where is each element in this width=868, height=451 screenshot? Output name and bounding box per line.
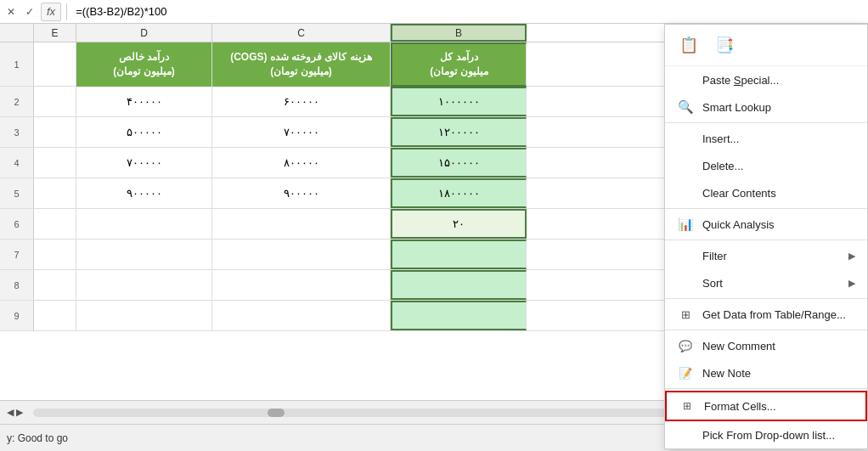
get-data-item[interactable]: ⊞ Get Data from Table/Range... bbox=[665, 301, 867, 328]
row-num: 6 bbox=[0, 209, 34, 239]
cell-C4[interactable]: ۸۰۰۰۰۰ bbox=[212, 148, 391, 178]
status-text: y: Good to go bbox=[7, 432, 68, 444]
cell-B4[interactable]: ۱۵۰۰۰۰۰ bbox=[391, 148, 527, 178]
filter-arrow: ▶ bbox=[848, 251, 855, 262]
clipboard2-icon[interactable]: 📑 bbox=[711, 31, 738, 59]
get-data-label: Get Data from Table/Range... bbox=[702, 308, 855, 321]
scrollbar-thumb bbox=[268, 409, 285, 417]
sort-item[interactable]: Sort ▶ bbox=[665, 269, 867, 296]
clear-contents-label: Clear Contents bbox=[702, 187, 855, 200]
cell-C9[interactable] bbox=[212, 301, 391, 330]
formula-bar: ✕ ✓ fx bbox=[0, 0, 868, 24]
row-num: 8 bbox=[0, 270, 34, 300]
new-comment-item[interactable]: 💬 New Comment bbox=[665, 332, 867, 359]
cell-D2[interactable]: ۴۰۰۰۰۰ bbox=[76, 87, 212, 116]
delete-item[interactable]: Delete... bbox=[665, 152, 867, 179]
cell-E4[interactable] bbox=[34, 148, 76, 178]
cell-E8[interactable] bbox=[34, 270, 76, 300]
cell-E9[interactable] bbox=[34, 301, 76, 330]
cell-E2[interactable] bbox=[34, 87, 76, 116]
quick-analysis-label: Quick Analysis bbox=[702, 218, 855, 231]
cell-E6[interactable] bbox=[34, 209, 76, 239]
cell-B2[interactable]: ۱۰۰۰۰۰۰ bbox=[391, 87, 527, 116]
cell-C2[interactable]: ۶۰۰۰۰۰ bbox=[212, 87, 391, 116]
pick-dropdown-item[interactable]: Pick From Drop-down list... bbox=[665, 421, 867, 448]
cell-B5[interactable]: ۱۸۰۰۰۰۰ bbox=[391, 178, 527, 208]
formula-separator bbox=[66, 3, 67, 20]
format-cells-item[interactable]: ⊞ Format Cells... bbox=[665, 391, 867, 421]
cell-B6[interactable]: ۲۰ bbox=[391, 209, 527, 239]
row-num: 7 bbox=[0, 240, 34, 269]
format-cells-icon: ⊞ bbox=[679, 397, 696, 414]
new-note-item[interactable]: 📝 New Note bbox=[665, 359, 867, 386]
cell-D7[interactable] bbox=[76, 240, 212, 269]
delete-icon bbox=[677, 157, 694, 174]
cancel-icon[interactable]: ✕ bbox=[3, 4, 19, 20]
row-num: 4 bbox=[0, 148, 34, 178]
cell-D4[interactable]: ۷۰۰۰۰۰ bbox=[76, 148, 212, 178]
menu-divider-6 bbox=[665, 388, 867, 389]
filter-label: Filter bbox=[702, 250, 840, 262]
paste-special-item[interactable]: Paste Special... bbox=[665, 66, 867, 93]
cell-C5[interactable]: ۹۰۰۰۰۰ bbox=[212, 178, 391, 208]
filter-item[interactable]: Filter ▶ bbox=[665, 242, 867, 269]
cell-B3[interactable]: ۱۲۰۰۰۰۰ bbox=[391, 117, 527, 147]
clear-contents-item[interactable]: Clear Contents bbox=[665, 179, 867, 206]
cell-C6[interactable] bbox=[212, 209, 391, 239]
quick-analysis-icon: 📊 bbox=[677, 216, 694, 233]
cell-D9[interactable] bbox=[76, 301, 212, 330]
quick-analysis-item[interactable]: 📊 Quick Analysis bbox=[665, 211, 867, 238]
sheet-tab-arrows[interactable]: ◀ ▶ bbox=[7, 407, 23, 418]
smart-lookup-label: Smart Lookup bbox=[702, 101, 855, 114]
cell-B8[interactable] bbox=[391, 270, 527, 300]
filter-icon bbox=[677, 247, 694, 264]
cell-E1[interactable] bbox=[34, 42, 76, 86]
cell-D3[interactable]: ۵۰۰۰۰۰ bbox=[76, 117, 212, 147]
new-note-icon: 📝 bbox=[677, 364, 694, 381]
fx-button[interactable]: fx bbox=[41, 3, 61, 21]
paste-special-icon bbox=[677, 71, 694, 88]
paste-special-label: Paste Special... bbox=[702, 74, 855, 87]
formula-input[interactable] bbox=[72, 5, 865, 18]
menu-divider bbox=[665, 122, 867, 123]
cell-D6[interactable] bbox=[76, 209, 212, 239]
cell-B9[interactable] bbox=[391, 301, 527, 330]
delete-label: Delete... bbox=[702, 160, 855, 172]
cell-B1[interactable]: درآمد کل میلیون تومان) bbox=[391, 42, 527, 87]
cell-B7[interactable] bbox=[391, 240, 527, 269]
cell-C7[interactable] bbox=[212, 240, 391, 269]
insert-label: Insert... bbox=[702, 132, 855, 145]
get-data-icon: ⊞ bbox=[677, 306, 694, 323]
new-comment-label: New Comment bbox=[702, 340, 855, 352]
confirm-icon[interactable]: ✓ bbox=[22, 4, 37, 20]
row-num: 2 bbox=[0, 87, 34, 116]
new-comment-icon: 💬 bbox=[677, 337, 694, 354]
cell-C1[interactable]: هزینه کالای فروخته شده (COGS) (میلیون تو… bbox=[212, 42, 391, 87]
cell-C8[interactable] bbox=[212, 270, 391, 300]
cell-C3[interactable]: ۷۰۰۰۰۰ bbox=[212, 117, 391, 147]
col-header-D[interactable]: D bbox=[76, 24, 212, 42]
cell-E7[interactable] bbox=[34, 240, 76, 269]
smart-lookup-item[interactable]: 🔍 Smart Lookup bbox=[665, 93, 867, 121]
new-note-label: New Note bbox=[702, 367, 855, 380]
row-num: 1 bbox=[0, 42, 34, 86]
menu-divider-2 bbox=[665, 208, 867, 209]
menu-divider-5 bbox=[665, 330, 867, 330]
col-header-E[interactable]: E bbox=[34, 24, 76, 42]
menu-divider-4 bbox=[665, 298, 867, 299]
cell-D1[interactable]: درآمد خالص (میلیون تومان) bbox=[76, 42, 212, 87]
smart-lookup-icon: 🔍 bbox=[677, 99, 694, 116]
insert-item[interactable]: Insert... bbox=[665, 125, 867, 152]
row-num-header bbox=[0, 24, 34, 42]
row-num: 3 bbox=[0, 117, 34, 147]
clear-contents-icon bbox=[677, 184, 694, 201]
sort-arrow: ▶ bbox=[848, 278, 855, 289]
cell-D8[interactable] bbox=[76, 270, 212, 300]
cell-E3[interactable] bbox=[34, 117, 76, 147]
col-header-B[interactable]: B bbox=[391, 24, 527, 42]
context-menu: 📋 📑 Paste Special... 🔍 Smart Lookup Inse… bbox=[664, 24, 868, 449]
col-header-C[interactable]: C bbox=[212, 24, 391, 42]
clipboard-icon[interactable]: 📋 bbox=[675, 31, 702, 59]
cell-E5[interactable] bbox=[34, 178, 76, 208]
cell-D5[interactable]: ۹۰۰۰۰۰ bbox=[76, 178, 212, 208]
